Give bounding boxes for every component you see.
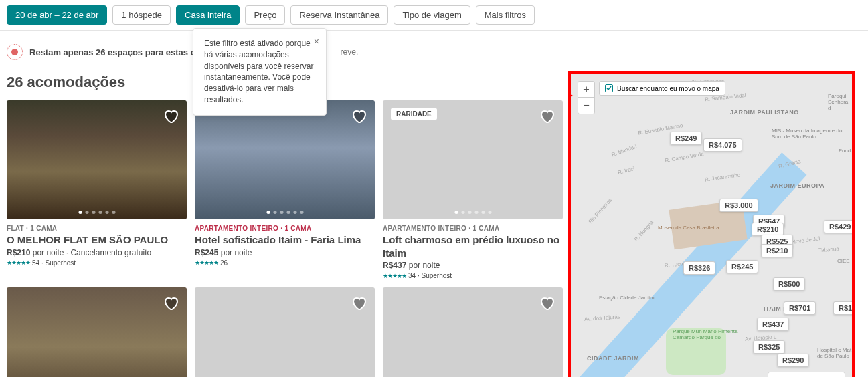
listing-title: Loft charmoso em prédio luxuoso no Itaim xyxy=(383,233,563,259)
zoom-control: + − xyxy=(578,81,595,114)
filter-bar: 20 de abr – 22 de abr 1 hóspede Casa int… xyxy=(0,0,868,31)
filter-instant[interactable]: Reserva Instantânea xyxy=(290,5,388,25)
map-search-label: Buscar enquanto eu movo o mapa xyxy=(617,85,719,92)
zoom-in-button[interactable]: + xyxy=(578,82,594,98)
checkbox-icon xyxy=(605,84,613,92)
listing-rating: ★★★★★26 xyxy=(195,259,375,267)
filter-price[interactable]: Preço xyxy=(245,5,285,25)
wishlist-heart-icon[interactable] xyxy=(163,295,179,311)
wishlist-heart-icon[interactable] xyxy=(351,295,367,311)
listing-image[interactable] xyxy=(383,287,563,377)
map-street-label: Av. dos Tajurás xyxy=(584,313,620,322)
listing-rating: ★★★★★34 · Superhost xyxy=(383,272,563,279)
zoom-out-button[interactable]: − xyxy=(578,98,594,114)
star-icon: ★★★★★ xyxy=(383,273,406,279)
map-price-marker[interactable]: R$249 xyxy=(670,132,702,145)
map-neighborhood-label: JARDIM PAULISTANO xyxy=(730,109,799,116)
map-poi-label: Fund xyxy=(839,148,851,154)
listing-card[interactable]: FLAT · 1 CAMAO MELHOR FLAT EM SÃO PAULOR… xyxy=(7,100,187,279)
notice-sub: reve. xyxy=(341,47,359,57)
notice-text: Restam apenas 26 espaços para estas data… xyxy=(29,47,213,57)
map-price-marker[interactable]: R$245 xyxy=(726,260,758,273)
map-column: + − Buscar enquanto eu movo o mapa R. Sa… xyxy=(568,71,868,377)
wishlist-heart-icon[interactable] xyxy=(163,108,179,124)
filter-entire-home[interactable]: Casa inteira xyxy=(176,5,240,25)
map-canvas[interactable]: R. Sampaio VidalAv. RebouçasR. Eusébio M… xyxy=(571,74,852,377)
wishlist-heart-icon[interactable] xyxy=(351,108,367,124)
wishlist-heart-icon[interactable] xyxy=(539,108,555,124)
map-price-marker[interactable]: R$4.075 xyxy=(703,138,742,152)
listing-meta: APARTAMENTO INTEIRO · 1 CAMA xyxy=(383,225,563,232)
tooltip-text: Este filtro está ativado porque há vária… xyxy=(204,39,313,104)
language-currency-button[interactable]: ⊕ Idioma e moeda xyxy=(768,372,845,377)
map-street-label: R. Manduri xyxy=(611,144,638,158)
map-price-marker[interactable]: R$290 xyxy=(777,354,809,367)
map-street-label: Nove de Jul xyxy=(792,235,820,245)
map-poi-label: Estação Cidade Jardim xyxy=(599,295,655,301)
listing-title: Hotel sofisticado Itaim - Faria Lima xyxy=(195,233,375,247)
map-poi-label: Museu da Casa Brasileira xyxy=(658,225,719,231)
map-price-marker[interactable]: R$500 xyxy=(773,277,805,291)
map-poi-label: MIS - Museu da Imagem e do Som de São Pa… xyxy=(772,128,845,140)
listing-image[interactable]: RARIDADE xyxy=(383,100,563,219)
listings-column: 26 acomodações FLAT · 1 CAMAO MELHOR FLA… xyxy=(0,71,568,377)
listing-card[interactable] xyxy=(195,287,375,377)
listing-price: R$437 por noite xyxy=(383,261,563,270)
star-icon: ★★★★★ xyxy=(7,259,30,266)
map-frame: + − Buscar enquanto eu movo o mapa R. Sa… xyxy=(568,71,855,377)
filter-tooltip: Este filtro está ativado porque há vária… xyxy=(193,28,327,116)
filter-more[interactable]: Mais filtros xyxy=(476,5,535,25)
listing-card[interactable] xyxy=(383,287,563,377)
listing-meta: FLAT · 1 CAMA xyxy=(7,225,187,232)
map-street-label: R. Campo Verde xyxy=(665,151,705,164)
map-poi-label: Paroqui Senhora d xyxy=(828,93,852,111)
cards-grid: FLAT · 1 CAMAO MELHOR FLAT EM SÃO PAULOR… xyxy=(7,100,561,377)
listing-image[interactable] xyxy=(7,287,187,377)
filter-guests[interactable]: 1 hóspede xyxy=(112,5,171,25)
filter-dates[interactable]: 20 de abr – 22 de abr xyxy=(7,5,107,25)
map-price-marker[interactable]: R$429 xyxy=(824,220,855,233)
listing-rating: ★★★★★54 · Superhost xyxy=(7,259,187,267)
map-poi-label: CIEE xyxy=(837,258,850,264)
map-neighborhood-label: CIDADE JARDIM xyxy=(587,355,639,362)
close-icon[interactable]: × xyxy=(314,35,319,49)
map-poi-label: Parque Mun Mário Pimenta Camargo Parque … xyxy=(673,328,746,340)
carousel-dots xyxy=(78,211,115,214)
star-icon: ★★★★★ xyxy=(195,259,218,266)
listing-meta: APARTAMENTO INTEIRO · 1 CAMA xyxy=(195,225,375,232)
map-street-label: R. Hungria xyxy=(633,219,655,242)
map-price-marker[interactable]: R$437 xyxy=(757,318,789,331)
listing-card[interactable]: APARTAMENTO INTEIRO · 1 CAMAHotel sofist… xyxy=(195,100,375,279)
map-price-marker[interactable]: R$180 xyxy=(833,301,855,315)
map-street-label: Rio Pinheiros xyxy=(588,197,614,225)
listing-image[interactable] xyxy=(195,287,375,377)
map-price-marker[interactable]: R$3.000 xyxy=(719,199,758,212)
carousel-dots xyxy=(454,211,491,214)
map-neighborhood-label: JARDIM EUROPA xyxy=(770,182,824,189)
map-street-label: R. Iraci xyxy=(617,166,635,176)
listing-card[interactable] xyxy=(7,287,187,377)
map-poi-label: Hospital e Mat de São Paulo xyxy=(817,347,852,359)
map-search-toggle[interactable]: Buscar enquanto eu movo o mapa xyxy=(599,81,725,96)
map-street-label: Tabapuã xyxy=(818,246,839,253)
map-street-label: R. Jacarezinho xyxy=(705,172,741,182)
listing-title: O MELHOR FLAT EM SÃO PAULO xyxy=(7,233,187,247)
wishlist-heart-icon[interactable] xyxy=(539,295,555,311)
alert-icon xyxy=(7,44,23,60)
map-price-marker[interactable]: R$210 xyxy=(752,223,784,236)
map-price-marker[interactable]: R$326 xyxy=(683,261,715,275)
filter-trip-type[interactable]: Tipo de viagem xyxy=(394,5,470,25)
rarity-badge: RARIDADE xyxy=(391,108,437,120)
listing-image[interactable] xyxy=(195,100,375,219)
carousel-dots xyxy=(266,211,303,214)
availability-notice: Restam apenas 26 espaços para estas data… xyxy=(0,31,868,71)
map-price-marker[interactable]: R$210 xyxy=(761,244,793,257)
listing-image[interactable] xyxy=(7,100,187,219)
listing-price: R$210 por noite · Cancelamento gratuito xyxy=(7,248,187,257)
map-price-marker[interactable]: R$701 xyxy=(784,301,816,315)
listing-price: R$245 por noite xyxy=(195,248,375,257)
map-price-marker[interactable]: R$325 xyxy=(753,340,785,354)
listing-card[interactable]: RARIDADEAPARTAMENTO INTEIRO · 1 CAMALoft… xyxy=(383,100,563,279)
